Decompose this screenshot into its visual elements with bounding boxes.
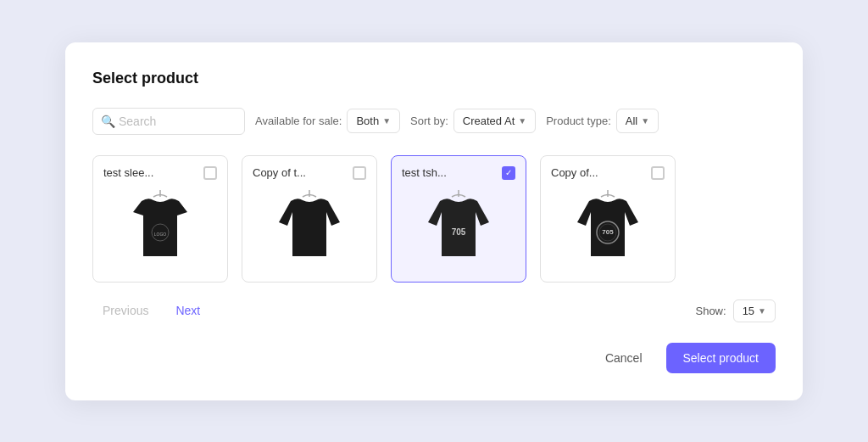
svg-text:705: 705 [602, 228, 614, 236]
type-filter: Product type: All ▼ [546, 109, 659, 133]
show-label: Show: [695, 305, 726, 317]
product-card[interactable]: test slee... LOGO [92, 155, 228, 283]
next-button[interactable]: Next [169, 300, 207, 321]
product-card[interactable]: test tsh... 705 [391, 155, 526, 283]
select-product-modal: Select product 🔍 Available for sale: Bot… [65, 42, 803, 400]
type-select[interactable]: All ▼ [616, 109, 659, 133]
product-name: test slee... [103, 166, 153, 179]
product-checkbox[interactable] [353, 166, 366, 180]
filters-bar: 🔍 Available for sale: Both ▼ Sort by: Cr… [92, 108, 776, 135]
product-image: LOGO [103, 187, 217, 271]
product-name: test tsh... [402, 166, 447, 179]
available-select[interactable]: Both ▼ [347, 109, 400, 133]
product-image: 705 [402, 187, 515, 271]
search-wrapper: 🔍 [92, 108, 245, 135]
products-grid: test slee... LOGO Copy of t... [92, 155, 776, 283]
previous-button[interactable]: Previous [96, 300, 155, 321]
sort-select[interactable]: Created At ▼ [453, 109, 536, 133]
product-checkbox[interactable] [651, 166, 665, 180]
footer-buttons: Cancel Select product [592, 343, 776, 373]
svg-text:LOGO: LOGO [154, 232, 167, 237]
product-image: 705 [551, 187, 665, 271]
cancel-button[interactable]: Cancel [592, 344, 656, 372]
product-card[interactable]: Copy of t... [242, 155, 377, 283]
product-checkbox[interactable] [203, 166, 217, 180]
product-image [253, 187, 366, 271]
product-card[interactable]: Copy of... 705 [540, 155, 676, 283]
product-name: Copy of t... [253, 166, 306, 179]
show-control: Show: 15 ▼ [695, 299, 776, 322]
bottom-bar: Previous Next Show: 15 ▼ [92, 299, 776, 322]
sort-filter: Sort by: Created At ▼ [410, 109, 536, 133]
sort-label: Sort by: [410, 115, 448, 127]
svg-text:705: 705 [452, 227, 466, 237]
available-label: Available for sale: [255, 115, 342, 127]
pagination: Previous Next [92, 300, 207, 321]
type-label: Product type: [546, 115, 611, 127]
chevron-down-icon: ▼ [641, 116, 649, 126]
chevron-down-icon: ▼ [382, 116, 391, 126]
product-checkbox[interactable] [502, 166, 515, 180]
modal-footer: Cancel Select product [92, 343, 776, 373]
search-icon: 🔍 [101, 115, 115, 128]
available-filter: Available for sale: Both ▼ [255, 109, 400, 133]
show-select[interactable]: 15 ▼ [733, 299, 776, 322]
modal-title: Select product [92, 70, 776, 87]
select-product-button[interactable]: Select product [666, 343, 776, 373]
chevron-down-icon: ▼ [758, 306, 766, 316]
product-name: Copy of... [551, 166, 598, 179]
chevron-down-icon: ▼ [518, 116, 526, 126]
search-input[interactable] [92, 108, 245, 135]
